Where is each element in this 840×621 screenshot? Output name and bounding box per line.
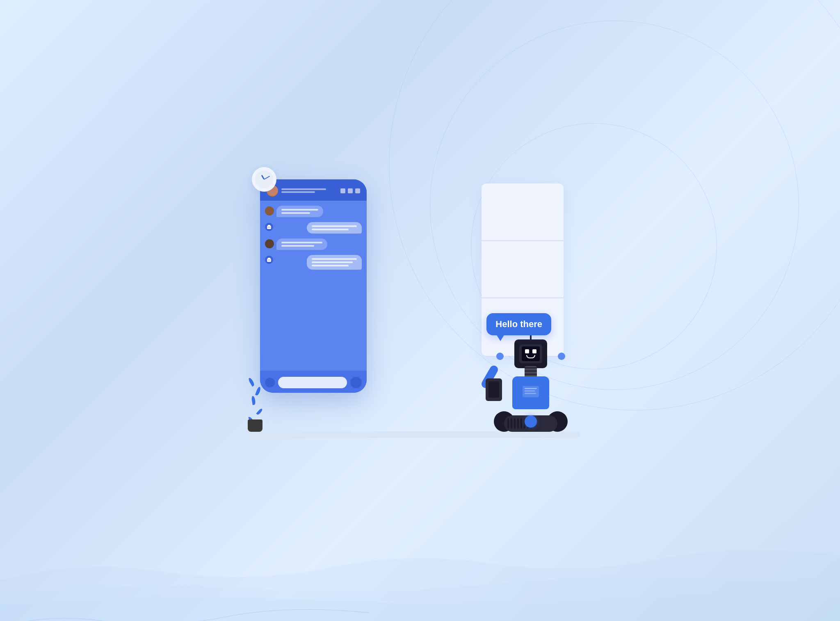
phone-header-info (281, 188, 337, 193)
bubble-sent-1 (307, 222, 362, 234)
robot-smile (526, 355, 535, 358)
message-row-2 (265, 222, 362, 234)
svg-point-3 (269, 227, 270, 227)
robot-wheel-base (494, 407, 568, 432)
bubble-line (281, 242, 322, 243)
robot-eye-right (532, 349, 536, 353)
message-row-1 (265, 206, 362, 217)
robot-ear-left (496, 353, 504, 360)
wave-decoration (0, 457, 840, 621)
bubble-received-2 (276, 238, 327, 250)
bubble-line (281, 212, 310, 214)
plant-leaves (253, 376, 257, 421)
bubble-sent-2 (307, 255, 362, 270)
bot-icon-2 (266, 257, 272, 263)
bubble-line (312, 258, 357, 260)
clock (252, 167, 276, 192)
phone-mockup (260, 179, 367, 393)
svg-point-7 (269, 259, 270, 260)
bubble-line (281, 209, 318, 211)
leaf-1 (248, 377, 255, 386)
stripe (507, 418, 509, 429)
speech-bubble-text: Hello there (495, 319, 542, 329)
main-scene: Hello there (235, 167, 605, 454)
leaf-3 (251, 395, 256, 405)
phone-header (260, 179, 367, 201)
speech-bubble: Hello there (486, 313, 551, 335)
bubble-line (312, 265, 349, 266)
phone-input-area (260, 372, 367, 393)
bubble-received-1 (276, 206, 323, 217)
plant-pot (248, 419, 262, 432)
send-button[interactable] (350, 377, 362, 388)
svg-rect-1 (268, 225, 270, 227)
leaf-4 (256, 408, 263, 415)
robot-hand (486, 378, 502, 401)
floor-surface (248, 431, 580, 438)
refresh-icon (348, 188, 353, 193)
robot-eye-left (525, 349, 529, 353)
hand-phone (488, 381, 499, 398)
message-row-4 (265, 255, 362, 270)
video-icon (340, 188, 345, 193)
stripe (511, 418, 512, 429)
plant-stem (253, 376, 257, 421)
svg-point-6 (268, 259, 269, 260)
robot-head (514, 339, 547, 368)
bot-badge-1 (265, 223, 273, 231)
robot-ear-right (558, 353, 565, 360)
svg-point-2 (268, 227, 269, 227)
svg-rect-5 (268, 258, 270, 259)
robot-screen (519, 344, 542, 363)
stripe (514, 418, 516, 429)
stripe (520, 418, 522, 429)
stripe (517, 418, 519, 429)
input-emoji (265, 378, 275, 387)
svg-rect-11 (525, 393, 536, 394)
clock-face (255, 170, 273, 188)
bubble-line (312, 225, 357, 227)
menu-icon (355, 188, 360, 193)
message-input[interactable] (278, 377, 347, 388)
robot-chest-detail (518, 383, 543, 403)
bubble-line (281, 245, 314, 247)
bot-badge-2 (265, 256, 273, 264)
clock-minute-hand (264, 176, 270, 180)
msg-avatar-2 (265, 239, 274, 248)
robot-face (522, 346, 540, 361)
svg-rect-10 (525, 390, 535, 392)
plant-decoration (248, 419, 262, 432)
header-name-line (281, 188, 326, 190)
svg-rect-9 (525, 388, 537, 389)
robot-torso (512, 376, 549, 409)
header-status-line (281, 191, 315, 193)
msg-avatar-1 (265, 206, 274, 215)
wheel-center-hub (525, 415, 537, 428)
bubble-line (312, 261, 353, 263)
robot-eyes (525, 349, 536, 353)
shelf-line-1 (482, 240, 564, 241)
phone-chat-body (260, 201, 367, 371)
message-row-3 (265, 238, 362, 250)
phone-header-icons (340, 188, 360, 193)
bot-icon (266, 224, 272, 230)
bubble-line (312, 229, 349, 230)
